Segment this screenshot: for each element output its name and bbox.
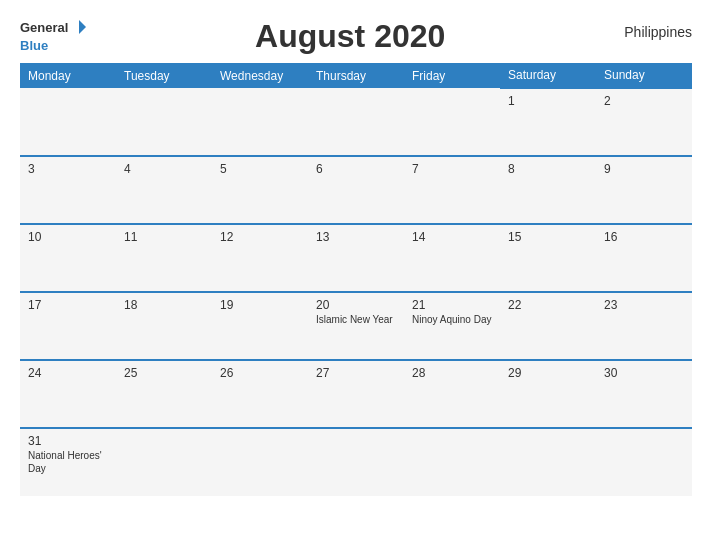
- day-number: 27: [316, 366, 396, 380]
- calendar-header: MondayTuesdayWednesdayThursdayFridaySatu…: [20, 63, 692, 88]
- day-number: 12: [220, 230, 300, 244]
- day-number: 18: [124, 298, 204, 312]
- calendar-week-row: 12: [20, 88, 692, 156]
- weekday-header: Thursday: [308, 63, 404, 88]
- weekday-header: Tuesday: [116, 63, 212, 88]
- calendar-cell: 31National Heroes' Day: [20, 428, 116, 496]
- calendar-cell: [308, 88, 404, 156]
- calendar-cell: [212, 88, 308, 156]
- calendar-cell: [404, 428, 500, 496]
- day-number: 29: [508, 366, 588, 380]
- calendar-cell: 17: [20, 292, 116, 360]
- day-number: 21: [412, 298, 492, 312]
- weekday-header-row: MondayTuesdayWednesdayThursdayFridaySatu…: [20, 63, 692, 88]
- calendar-cell: 10: [20, 224, 116, 292]
- day-number: 26: [220, 366, 300, 380]
- day-number: 11: [124, 230, 204, 244]
- day-number: 1: [508, 94, 588, 108]
- calendar-cell: 5: [212, 156, 308, 224]
- calendar-cell: 4: [116, 156, 212, 224]
- logo-general: General: [20, 21, 68, 34]
- calendar-cell: [212, 428, 308, 496]
- calendar-cell: 11: [116, 224, 212, 292]
- day-number: 6: [316, 162, 396, 176]
- day-number: 19: [220, 298, 300, 312]
- logo: General Blue: [20, 18, 88, 54]
- calendar-table: MondayTuesdayWednesdayThursdayFridaySatu…: [20, 63, 692, 496]
- calendar-cell: 12: [212, 224, 308, 292]
- calendar-cell: 25: [116, 360, 212, 428]
- calendar-cell: [20, 88, 116, 156]
- weekday-header: Sunday: [596, 63, 692, 88]
- day-number: 20: [316, 298, 396, 312]
- weekday-header: Wednesday: [212, 63, 308, 88]
- calendar-cell: [596, 428, 692, 496]
- day-number: 3: [28, 162, 108, 176]
- calendar-cell: 8: [500, 156, 596, 224]
- logo-blue: Blue: [20, 38, 48, 53]
- country-label: Philippines: [612, 18, 692, 40]
- day-number: 24: [28, 366, 108, 380]
- calendar-cell: 26: [212, 360, 308, 428]
- day-number: 5: [220, 162, 300, 176]
- day-number: 23: [604, 298, 684, 312]
- calendar-cell: 14: [404, 224, 500, 292]
- calendar-cell: 3: [20, 156, 116, 224]
- calendar-cell: 1: [500, 88, 596, 156]
- calendar-week-row: 10111213141516: [20, 224, 692, 292]
- calendar-week-row: 3456789: [20, 156, 692, 224]
- day-number: 31: [28, 434, 108, 448]
- day-number: 2: [604, 94, 684, 108]
- calendar-cell: 30: [596, 360, 692, 428]
- calendar-cell: 21Ninoy Aquino Day: [404, 292, 500, 360]
- day-number: 10: [28, 230, 108, 244]
- calendar-cell: 23: [596, 292, 692, 360]
- calendar-cell: 16: [596, 224, 692, 292]
- calendar-cell: 29: [500, 360, 596, 428]
- calendar-cell: 22: [500, 292, 596, 360]
- calendar-cell: 7: [404, 156, 500, 224]
- calendar-week-row: 17181920Islamic New Year21Ninoy Aquino D…: [20, 292, 692, 360]
- calendar-cell: 13: [308, 224, 404, 292]
- calendar-cell: [500, 428, 596, 496]
- day-number: 22: [508, 298, 588, 312]
- day-number: 7: [412, 162, 492, 176]
- calendar-cell: 6: [308, 156, 404, 224]
- day-number: 4: [124, 162, 204, 176]
- weekday-header: Friday: [404, 63, 500, 88]
- day-number: 30: [604, 366, 684, 380]
- calendar-cell: 15: [500, 224, 596, 292]
- logo-text: General Blue: [20, 18, 88, 54]
- day-number: 17: [28, 298, 108, 312]
- calendar-cell: 2: [596, 88, 692, 156]
- day-number: 16: [604, 230, 684, 244]
- header: General Blue August 2020 Philippines: [20, 18, 692, 55]
- day-number: 9: [604, 162, 684, 176]
- calendar-cell: 18: [116, 292, 212, 360]
- svg-marker-0: [79, 20, 86, 34]
- calendar-cell: 19: [212, 292, 308, 360]
- event-name: Ninoy Aquino Day: [412, 313, 492, 326]
- day-number: 8: [508, 162, 588, 176]
- calendar-week-row: 24252627282930: [20, 360, 692, 428]
- calendar-week-row: 31National Heroes' Day: [20, 428, 692, 496]
- calendar-body: 1234567891011121314151617181920Islamic N…: [20, 88, 692, 496]
- logo-icon: [70, 18, 88, 36]
- calendar-page: General Blue August 2020 Philippines Mon…: [0, 0, 712, 550]
- event-name: Islamic New Year: [316, 313, 396, 326]
- calendar-cell: 9: [596, 156, 692, 224]
- day-number: 28: [412, 366, 492, 380]
- event-name: National Heroes' Day: [28, 449, 108, 475]
- page-title: August 2020: [88, 18, 612, 55]
- calendar-cell: [308, 428, 404, 496]
- calendar-cell: 27: [308, 360, 404, 428]
- weekday-header: Monday: [20, 63, 116, 88]
- calendar-cell: 24: [20, 360, 116, 428]
- day-number: 14: [412, 230, 492, 244]
- calendar-cell: 28: [404, 360, 500, 428]
- calendar-cell: 20Islamic New Year: [308, 292, 404, 360]
- calendar-cell: [116, 88, 212, 156]
- day-number: 15: [508, 230, 588, 244]
- calendar-cell: [116, 428, 212, 496]
- day-number: 25: [124, 366, 204, 380]
